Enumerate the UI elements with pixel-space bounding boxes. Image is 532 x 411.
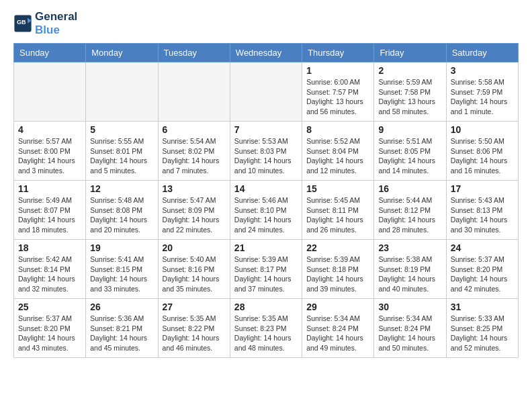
day-info-line: Sunrise: 5:45 AM bbox=[306, 196, 360, 204]
day-info-line: Sunset: 8:10 PM bbox=[234, 206, 287, 214]
day-number: 7 bbox=[234, 124, 298, 135]
day-info: Sunrise: 5:36 AMSunset: 8:21 PMDaylight:… bbox=[90, 314, 153, 353]
day-info-line: Daylight: 14 hours bbox=[451, 156, 508, 165]
day-info: Sunrise: 5:57 AMSunset: 8:00 PMDaylight:… bbox=[18, 136, 81, 176]
day-info-line: Sunset: 8:23 PM bbox=[234, 324, 287, 332]
calendar-cell: 28Sunrise: 5:35 AMSunset: 8:23 PMDayligh… bbox=[230, 299, 302, 358]
day-number: 20 bbox=[163, 242, 226, 253]
day-info-line: Sunrise: 6:00 AM bbox=[306, 78, 360, 86]
day-info-line: Sunrise: 5:46 AM bbox=[234, 196, 288, 204]
day-info-line: and 42 minutes. bbox=[451, 285, 501, 293]
calendar-cell: 3Sunrise: 5:58 AMSunset: 7:59 PMDaylight… bbox=[446, 62, 518, 122]
day-info: Sunrise: 5:37 AMSunset: 8:20 PMDaylight:… bbox=[451, 255, 514, 294]
day-info: Sunrise: 5:58 AMSunset: 7:59 PMDaylight:… bbox=[451, 77, 514, 117]
day-info-line: Sunrise: 5:57 AM bbox=[18, 137, 72, 145]
day-info: Sunrise: 5:41 AMSunset: 8:15 PMDaylight:… bbox=[90, 255, 153, 294]
day-info-line: Sunset: 8:08 PM bbox=[90, 206, 142, 214]
day-number: 1 bbox=[306, 65, 369, 76]
day-info-line: Daylight: 14 hours bbox=[163, 156, 220, 165]
day-number: 5 bbox=[90, 124, 153, 135]
day-info-line: Sunset: 8:17 PM bbox=[234, 265, 287, 273]
weekday-header-saturday: Saturday bbox=[446, 44, 518, 62]
day-info-line: Sunset: 7:58 PM bbox=[378, 88, 431, 96]
day-info-line: Daylight: 14 hours bbox=[18, 156, 75, 165]
day-info-line: Sunrise: 5:54 AM bbox=[163, 137, 216, 145]
day-number: 2 bbox=[378, 65, 441, 76]
day-number: 12 bbox=[90, 183, 153, 194]
calendar-cell: 6Sunrise: 5:54 AMSunset: 8:02 PMDaylight… bbox=[158, 122, 230, 181]
day-info-line: Daylight: 14 hours bbox=[163, 216, 220, 224]
day-info-line: and 10 minutes. bbox=[234, 167, 285, 175]
calendar-body: 1Sunrise: 6:00 AMSunset: 7:57 PMDaylight… bbox=[14, 62, 519, 358]
day-info: Sunrise: 5:54 AMSunset: 8:02 PMDaylight:… bbox=[163, 136, 226, 176]
calendar-cell: 2Sunrise: 5:59 AMSunset: 7:58 PMDaylight… bbox=[374, 62, 446, 122]
day-info-line: Sunrise: 5:38 AM bbox=[378, 255, 432, 263]
week-row-2: 4Sunrise: 5:57 AMSunset: 8:00 PMDaylight… bbox=[14, 122, 519, 181]
calendar-cell: 12Sunrise: 5:48 AMSunset: 8:08 PMDayligh… bbox=[86, 181, 158, 240]
day-info-line: Sunrise: 5:44 AM bbox=[378, 196, 432, 204]
week-row-5: 25Sunrise: 5:37 AMSunset: 8:20 PMDayligh… bbox=[14, 299, 519, 358]
logo-text: General Blue bbox=[35, 10, 77, 36]
day-number: 29 bbox=[306, 302, 369, 312]
day-info-line: Sunset: 8:22 PM bbox=[163, 324, 215, 332]
day-number: 24 bbox=[451, 242, 514, 253]
calendar-cell bbox=[14, 62, 86, 122]
day-info-line: and 43 minutes. bbox=[18, 344, 69, 352]
day-info-line: Sunset: 8:24 PM bbox=[378, 324, 431, 332]
day-info-line: Sunrise: 5:34 AM bbox=[306, 314, 360, 322]
day-info: Sunrise: 5:35 AMSunset: 8:23 PMDaylight:… bbox=[234, 314, 298, 353]
calendar-cell: 23Sunrise: 5:38 AMSunset: 8:19 PMDayligh… bbox=[374, 240, 446, 299]
day-info-line: Sunrise: 5:36 AM bbox=[90, 314, 144, 322]
day-info-line: and 20 minutes. bbox=[90, 226, 140, 234]
day-number: 10 bbox=[451, 124, 514, 135]
day-info: Sunrise: 5:44 AMSunset: 8:12 PMDaylight:… bbox=[378, 195, 441, 235]
day-info-line: Daylight: 13 hours bbox=[378, 97, 435, 105]
day-number: 16 bbox=[378, 183, 441, 194]
calendar-cell: 15Sunrise: 5:45 AMSunset: 8:11 PMDayligh… bbox=[302, 181, 374, 240]
day-info-line: Sunset: 7:57 PM bbox=[306, 88, 359, 96]
day-number: 15 bbox=[306, 183, 369, 194]
day-info-line: Sunset: 8:18 PM bbox=[306, 265, 359, 273]
calendar-cell: 25Sunrise: 5:37 AMSunset: 8:20 PMDayligh… bbox=[14, 299, 86, 358]
calendar-cell: 11Sunrise: 5:49 AMSunset: 8:07 PMDayligh… bbox=[14, 181, 86, 240]
day-info-line: Sunrise: 5:49 AM bbox=[18, 196, 72, 204]
day-info-line: Daylight: 14 hours bbox=[234, 334, 292, 342]
day-number: 13 bbox=[163, 183, 226, 194]
day-info-line: Daylight: 14 hours bbox=[451, 97, 508, 105]
day-info-line: Sunrise: 5:37 AM bbox=[18, 314, 72, 322]
weekday-header-sunday: Sunday bbox=[14, 44, 86, 62]
day-info: Sunrise: 5:40 AMSunset: 8:16 PMDaylight:… bbox=[163, 255, 226, 294]
day-info-line: Sunrise: 5:34 AM bbox=[378, 314, 432, 322]
day-info-line: and 35 minutes. bbox=[163, 285, 213, 293]
day-info-line: Sunset: 8:16 PM bbox=[163, 265, 215, 273]
calendar-wrap: SundayMondayTuesdayWednesdayThursdayFrid… bbox=[0, 43, 532, 365]
day-info-line: Sunset: 8:20 PM bbox=[451, 265, 503, 273]
day-info-line: Daylight: 14 hours bbox=[90, 156, 147, 165]
day-info-line: and 52 minutes. bbox=[451, 344, 501, 352]
day-info: Sunrise: 5:53 AMSunset: 8:03 PMDaylight:… bbox=[234, 136, 298, 176]
day-info-line: Sunrise: 5:50 AM bbox=[451, 137, 504, 145]
day-info-line: and 14 minutes. bbox=[378, 167, 429, 175]
day-info-line: and 18 minutes. bbox=[18, 226, 69, 234]
day-info-line: Sunset: 8:24 PM bbox=[306, 324, 359, 332]
calendar-cell: 18Sunrise: 5:42 AMSunset: 8:14 PMDayligh… bbox=[14, 240, 86, 299]
calendar-cell: 16Sunrise: 5:44 AMSunset: 8:12 PMDayligh… bbox=[374, 181, 446, 240]
day-number: 4 bbox=[18, 124, 81, 135]
calendar-cell: 9Sunrise: 5:51 AMSunset: 8:05 PMDaylight… bbox=[374, 122, 446, 181]
day-info-line: Daylight: 14 hours bbox=[378, 216, 435, 224]
day-info-line: Sunset: 8:13 PM bbox=[451, 206, 503, 214]
day-info-line: and 16 minutes. bbox=[451, 167, 501, 175]
day-info: Sunrise: 5:42 AMSunset: 8:14 PMDaylight:… bbox=[18, 255, 81, 294]
day-info-line: Daylight: 14 hours bbox=[451, 334, 508, 342]
day-info-line: Sunset: 8:00 PM bbox=[18, 147, 71, 155]
day-info-line: Sunrise: 5:35 AM bbox=[234, 314, 288, 322]
calendar-cell: 5Sunrise: 5:55 AMSunset: 8:01 PMDaylight… bbox=[86, 122, 158, 181]
svg-text:GB: GB bbox=[17, 19, 26, 26]
day-info-line: and 30 minutes. bbox=[451, 226, 501, 234]
day-info-line: Sunset: 8:12 PM bbox=[378, 206, 431, 214]
day-info-line: Sunrise: 5:59 AM bbox=[378, 78, 432, 86]
day-info: Sunrise: 5:59 AMSunset: 7:58 PMDaylight:… bbox=[378, 77, 441, 117]
day-info-line: and 39 minutes. bbox=[306, 285, 357, 293]
day-info-line: Sunset: 8:02 PM bbox=[163, 147, 215, 155]
day-info-line: Daylight: 14 hours bbox=[18, 275, 75, 283]
